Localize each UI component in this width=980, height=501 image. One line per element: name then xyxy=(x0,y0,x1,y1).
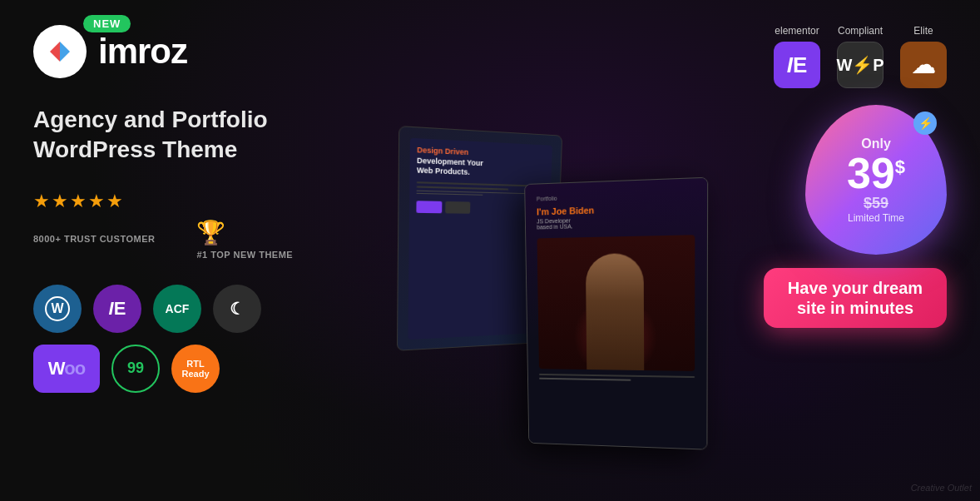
wordpress-icon: W xyxy=(44,295,71,322)
logo-diamond-svg xyxy=(42,33,78,70)
middle-section: Agency and Portfolio WordPress Theme ★★★… xyxy=(33,105,947,476)
svg-marker-1 xyxy=(60,42,70,62)
acf-icon: ACF xyxy=(166,302,190,315)
brand-name: imroz xyxy=(98,32,187,72)
center-preview: Design Driven Development YourWeb Produc… xyxy=(349,105,764,476)
compat-elementor-label: elementor xyxy=(775,25,819,37)
compat-compliant-label: Compliant xyxy=(838,25,883,37)
icons-row: W IE ACF ☾ Woo 99 xyxy=(33,285,333,393)
tagline-line2: WordPress Theme xyxy=(33,135,333,165)
compat-compliant-icon: W⚡P xyxy=(837,42,883,88)
customer-label: 8000+ TRUST CUSTOMER xyxy=(33,234,155,244)
new-badge: NEW xyxy=(83,15,131,32)
mockup-front-content: Portfolio I'm Joe Biden JS Developerbase… xyxy=(525,178,707,449)
stars: ★★★★★ xyxy=(33,191,333,212)
price-number: 39 xyxy=(847,151,895,195)
woo-icon-badge[interactable]: Woo xyxy=(33,345,100,393)
trust-customer: 8000+ TRUST CUSTOMER xyxy=(33,234,155,244)
rtl-icon: RTLReady xyxy=(181,359,209,379)
cta-line1: Have your dream xyxy=(788,279,923,297)
acf-icon-badge[interactable]: ACF xyxy=(153,285,201,333)
elementor-icon: IE xyxy=(109,298,126,320)
trust-row: 8000+ TRUST CUSTOMER 🏆 #1 TOP NEW THEME xyxy=(33,219,333,260)
compat-compliant: Compliant W⚡P xyxy=(837,25,883,88)
price-only-label: Only xyxy=(861,136,891,151)
dark-mode-icon: ☾ xyxy=(230,299,245,319)
price-bubble: ⚡ Only 39$ $59 Limited Time xyxy=(805,105,947,255)
rtl-badge[interactable]: RTLReady xyxy=(171,345,220,393)
speed-score-badge[interactable]: 99 xyxy=(111,345,160,393)
dream-site-button[interactable]: Have your dream site in minutes xyxy=(764,268,947,328)
price-currency: $ xyxy=(895,158,905,176)
top-theme-label: #1 TOP NEW THEME xyxy=(196,250,293,260)
compat-elite: Elite ☁ xyxy=(900,25,947,88)
speed-score-icon: 99 xyxy=(127,360,144,377)
compat-elite-icon: ☁ xyxy=(900,42,947,88)
compat-elementor-icon: IE xyxy=(774,42,820,88)
elementor-icon-badge[interactable]: IE xyxy=(93,285,141,333)
lightning-symbol: ⚡ xyxy=(918,117,933,130)
left-content: Agency and Portfolio WordPress Theme ★★★… xyxy=(33,105,333,476)
tagline: Agency and Portfolio WordPress Theme xyxy=(33,105,333,166)
logo-icon xyxy=(33,25,87,78)
mockup-container: Design Driven Development YourWeb Produc… xyxy=(415,132,698,449)
right-section: ⚡ Only 39$ $59 Limited Time Have your dr… xyxy=(780,105,947,476)
dream-site-text: Have your dream site in minutes xyxy=(780,278,931,318)
price-limited-label: Limited Time xyxy=(848,212,904,224)
trust-top-theme: 🏆 #1 TOP NEW THEME xyxy=(196,219,293,260)
price-old: $59 xyxy=(864,195,888,212)
woo-icon: Woo xyxy=(48,358,85,379)
stars-section: ★★★★★ xyxy=(33,191,333,212)
watermark: Creative Outlet xyxy=(911,483,972,493)
svg-marker-0 xyxy=(50,42,60,62)
main-container: imroz NEW elementor IE Compliant W⚡P Eli… xyxy=(0,0,980,501)
compat-elementor: elementor IE xyxy=(774,25,820,88)
lightning-icon: ⚡ xyxy=(913,112,937,135)
svg-text:W: W xyxy=(51,301,64,315)
tagline-line1: Agency and Portfolio xyxy=(33,105,333,135)
mockup-front: Portfolio I'm Joe Biden JS Developerbase… xyxy=(524,177,708,450)
cta-line2: site in minutes xyxy=(797,299,913,317)
compat-badges: elementor IE Compliant W⚡P Elite ☁ xyxy=(774,25,947,88)
dark-mode-icon-badge[interactable]: ☾ xyxy=(213,285,261,333)
top-row: imroz NEW elementor IE Compliant W⚡P Eli… xyxy=(33,25,947,88)
price-amount: 39$ xyxy=(847,151,905,195)
trophy-icon: 🏆 xyxy=(196,219,225,246)
compat-elite-label: Elite xyxy=(913,25,933,37)
logo-area: imroz NEW xyxy=(33,25,187,78)
wordpress-icon-badge[interactable]: W xyxy=(33,285,82,333)
